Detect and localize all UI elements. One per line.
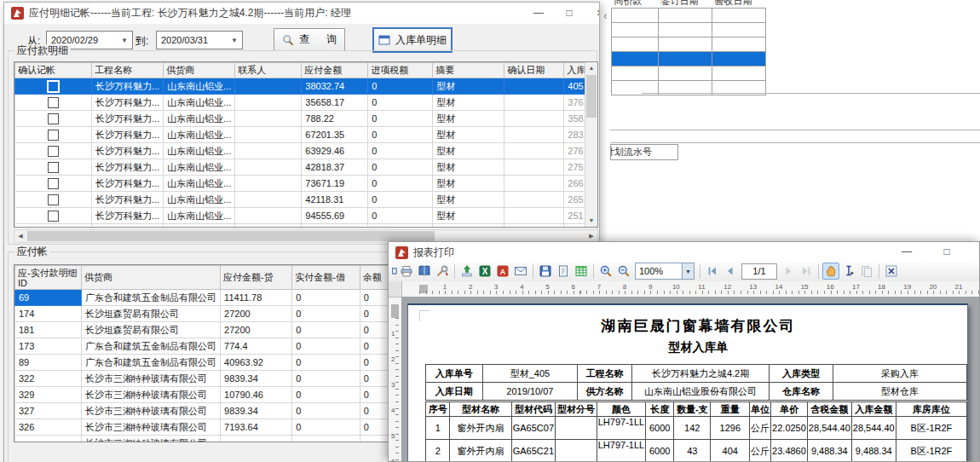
cell: 0	[368, 192, 433, 208]
table-row[interactable]: 长沙万科魅力...山东南山铝业...35658.170型材376	[15, 95, 593, 111]
chevron-down-icon[interactable]: ▼	[682, 263, 694, 279]
report-column-header: 序号	[426, 402, 450, 417]
table-row[interactable]: 长沙万科魅力...山东南山铝业...38032.740型材405	[15, 78, 593, 95]
query-button[interactable]: 查 询	[274, 28, 345, 51]
checkbox[interactable]	[48, 211, 59, 222]
checkbox[interactable]	[48, 146, 59, 157]
close-button[interactable]: ×	[971, 241, 980, 263]
export-grid-icon[interactable]	[573, 263, 590, 280]
clipped-edge-icon[interactable]	[389, 263, 397, 280]
table-row	[612, 52, 766, 66]
cell: 长沙市三湘特种玻璃有限公司	[82, 403, 221, 419]
first-page-icon[interactable]	[704, 263, 721, 280]
checkbox[interactable]	[48, 130, 59, 141]
title-bar[interactable]: 应付明细记帐------当前工程: 长沙万科魅力之城4.2期------当前用户…	[4, 3, 599, 24]
open-book-icon[interactable]	[416, 263, 433, 280]
page-number-input[interactable]: 1/1	[741, 263, 777, 280]
close-button[interactable]: ×	[587, 3, 600, 24]
ruler-number: 8	[623, 283, 626, 291]
next-page-icon[interactable]	[780, 263, 797, 280]
table-row[interactable]: 长沙万科魅力...山东南山铝业...788.220型材358	[15, 111, 593, 127]
scrollbar-thumb[interactable]	[586, 75, 597, 118]
column-header: 签订日期	[659, 0, 712, 9]
send-email-icon[interactable]	[512, 263, 529, 280]
table-row[interactable]: 长沙万科魅力...山东南山铝业...94555.690型材251	[15, 208, 593, 224]
export-icon[interactable]	[458, 263, 476, 280]
checkbox[interactable]	[48, 162, 59, 173]
ruler-number: 4	[520, 283, 523, 291]
column-header[interactable]: 应付金额	[302, 63, 368, 78]
zoom-in-icon[interactable]	[597, 263, 614, 280]
print-icon[interactable]	[398, 263, 415, 280]
column-header[interactable]: 供货商	[82, 266, 221, 290]
minimize-button[interactable]: —	[526, 3, 551, 24]
zoom-out-icon[interactable]	[615, 263, 632, 280]
to-date-combo[interactable]: 2020/03/31 ▼	[156, 31, 243, 49]
detail-groupbox: 应付款明细 确认记帐工程名称供货商联系人应付金额进项税额摘要确认日期入库长沙万科…	[8, 50, 597, 245]
confirm-checkbox-cell	[15, 176, 92, 192]
hand-tool-icon[interactable]	[822, 263, 839, 280]
cell: 173	[15, 338, 82, 355]
report-cell: 9,488.34	[807, 440, 851, 462]
checkbox[interactable]	[48, 97, 59, 108]
zoom-level-combo[interactable]: 100%▼	[635, 263, 695, 280]
info-value: 2019/10/07	[482, 383, 578, 401]
preview-area[interactable]: 湖南巨晟门窗幕墙有限公司 型材入库单 入库单号型材_405工程名称长沙万科魅力之…	[401, 297, 979, 461]
cell	[504, 224, 564, 228]
last-page-icon[interactable]	[798, 263, 815, 280]
column-header[interactable]: 联系人	[235, 63, 302, 78]
column-header[interactable]: 工程名称	[92, 63, 164, 78]
export-pdf-icon[interactable]: A	[494, 263, 511, 280]
scroll-left-icon[interactable]: ◀	[14, 230, 26, 242]
info-value: 山东南山铝业股份有限公司	[631, 383, 769, 401]
column-header[interactable]: 应-实付款明细ID	[15, 266, 82, 290]
column-header[interactable]: 实付金额-借	[292, 266, 360, 290]
inbound-detail-button[interactable]: 入库单明细	[372, 27, 453, 53]
cell: 长沙市三湘特种玻璃有限公司	[82, 387, 221, 403]
cell	[504, 127, 564, 143]
checkbox[interactable]	[48, 194, 59, 205]
prev-page-icon[interactable]	[722, 263, 739, 280]
column-header[interactable]: 供货商	[164, 63, 235, 78]
report-cell: 23.4860	[771, 440, 808, 462]
checkbox[interactable]	[48, 113, 59, 124]
page-setup-icon[interactable]	[555, 263, 572, 280]
ruler-number: 4	[391, 407, 395, 414]
design-tools-icon[interactable]	[434, 263, 451, 280]
table-row[interactable]: 长沙万科魅力...山东南山铝业...73671.190型材266	[15, 176, 593, 192]
checkbox[interactable]	[48, 227, 59, 228]
table-row[interactable]: 长沙万科魅力...山东南山铝业...67201.350型材283	[15, 127, 593, 143]
table-row[interactable]: 长沙万科魅力...山东南山铝业...42818.370型材275	[15, 159, 593, 176]
minimize-button[interactable]: —	[894, 241, 919, 263]
maximize-button[interactable]: □	[934, 241, 960, 263]
cell: 型材	[433, 127, 504, 143]
text-select-icon[interactable]	[840, 263, 857, 280]
checkbox[interactable]	[48, 178, 59, 189]
scroll-up-icon[interactable]: ▲	[585, 62, 597, 74]
maximize-button[interactable]: □	[556, 3, 582, 24]
ruler-number: 2	[469, 283, 472, 291]
column-header[interactable]: 确认日期	[504, 63, 564, 78]
report-data-row: 1窗外开内扇GA65C07LH797-1LL60001421296公斤22.02…	[426, 417, 967, 440]
table-row[interactable]: 长沙万科魅力...山东南山铝业...3895.840型材250	[15, 224, 593, 228]
column-header[interactable]: 确认记帐	[15, 63, 92, 78]
scroll-down-icon[interactable]: ▼	[585, 215, 597, 227]
copy-icon[interactable]	[858, 263, 875, 280]
vertical-scrollbar[interactable]: ▲ ▼	[585, 62, 597, 227]
scroll-left-icon[interactable]: ‹	[603, 9, 608, 22]
cell: 广东合和建筑五金制品有限公司	[82, 338, 221, 355]
cell: 山东南山铝业...	[164, 159, 235, 176]
cell	[292, 436, 360, 443]
table-row[interactable]: 长沙万科魅力...山东南山铝业...63929.460型材276	[15, 143, 593, 159]
column-header[interactable]: 进项税额	[368, 63, 433, 78]
save-icon[interactable]	[537, 263, 554, 280]
table-row[interactable]: 长沙万科魅力...山东南山铝业...42118.310型材265	[15, 192, 593, 208]
cell	[712, 9, 766, 23]
checkbox[interactable]	[47, 80, 60, 93]
close-preview-icon[interactable]	[883, 263, 900, 280]
scrollbar-thumb[interactable]	[27, 231, 435, 241]
export-excel-icon[interactable]: X	[476, 263, 493, 280]
column-header[interactable]: 摘要	[433, 63, 504, 78]
column-header[interactable]: 应付金额-贷	[221, 266, 292, 290]
scroll-right-icon[interactable]: ▶	[585, 230, 597, 242]
